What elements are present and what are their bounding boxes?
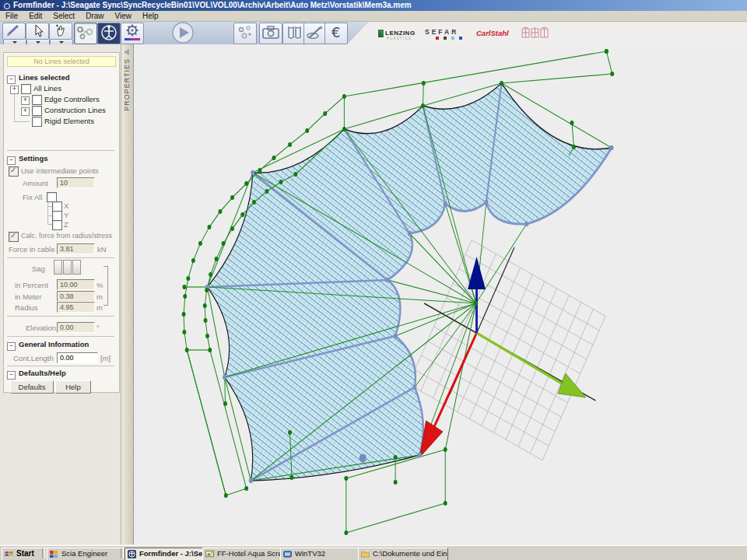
model-canvas[interactable] — [133, 44, 747, 544]
svg-text:CarlStahl: CarlStahl — [476, 29, 509, 37]
menu-file[interactable]: File — [0, 11, 23, 21]
in-meter-label: in Meter — [15, 292, 41, 301]
menu-view[interactable]: View — [110, 11, 138, 21]
lenzing-logo: LENZING PLASTICS — [377, 26, 424, 45]
radius-field[interactable]: 4.95 — [57, 302, 95, 313]
svg-text:PLASTICS: PLASTICS — [387, 36, 412, 40]
screenshot-icon — [205, 550, 214, 558]
defaults-help-group[interactable]: Defaults/Help — [7, 369, 66, 380]
gear-icon — [122, 23, 142, 42]
tree-item-construction-lines[interactable]: Construction Lines — [44, 106, 106, 114]
hand-icon — [51, 23, 71, 37]
draw-pencil-button[interactable] — [2, 23, 26, 40]
vitruvian-man-icon — [99, 23, 119, 42]
force-unit: kN — [97, 245, 107, 254]
select-pointer-button[interactable] — [26, 23, 49, 40]
partner-logos: LENZING PLASTICS SEFAR CarlStahl — [374, 23, 607, 42]
checkbox-construction-lines[interactable] — [32, 106, 42, 116]
checkbox-all-lines[interactable] — [21, 84, 31, 94]
in-percent-label: in Percent — [15, 281, 48, 289]
tree-item-all-lines[interactable]: All Lines — [33, 84, 61, 93]
formfinding-button[interactable] — [74, 23, 97, 44]
help-button[interactable]: Help — [55, 380, 91, 394]
checkbox-fix-z[interactable] — [52, 220, 62, 230]
snapshot-button[interactable] — [259, 23, 282, 44]
spools-icon — [284, 23, 304, 42]
elevation-field[interactable]: 0.00 — [57, 322, 95, 333]
checkbox-calc-force[interactable] — [9, 232, 19, 242]
tree-connector — [14, 93, 15, 121]
svg-text:SEFAR: SEFAR — [425, 28, 458, 36]
tree-expander-edge-controllers[interactable] — [21, 96, 30, 105]
title-bar[interactable]: Formfinder - J:\Seagate Sync\SyncRecycle… — [0, 0, 747, 11]
collapse-icon[interactable] — [7, 156, 16, 165]
tree-item-rigid-elements[interactable]: Rigid Elements — [44, 117, 94, 125]
force-in-cable-field[interactable]: 3.81 — [57, 243, 95, 254]
collapse-icon[interactable] — [7, 342, 16, 351]
amount-field[interactable]: 10 — [57, 177, 95, 188]
collapse-arrow-icon[interactable] — [124, 49, 129, 55]
play-button[interactable] — [170, 22, 196, 44]
task-ff-hotel-aqua[interactable]: FF-Hotel Aqua Screensh... — [202, 548, 293, 560]
divider — [7, 257, 114, 258]
sefar-logo: SEFAR — [425, 27, 470, 46]
task-wintv32[interactable]: WinTV32 — [280, 548, 370, 560]
formfinder-man-button[interactable] — [97, 23, 121, 44]
lines-selected-group[interactable]: Lines selected — [7, 73, 69, 84]
start-label: Start — [16, 549, 34, 558]
menu-edit[interactable]: Edit — [23, 11, 47, 21]
sag-option-3[interactable] — [72, 260, 81, 275]
wintv-icon — [283, 550, 292, 558]
tree-expander-construction-lines[interactable] — [21, 107, 30, 116]
statics-settings-button[interactable] — [121, 23, 144, 44]
checkbox-rigid-elements[interactable] — [32, 117, 42, 127]
sag-label: Sag — [32, 264, 45, 273]
collapse-icon[interactable] — [7, 75, 16, 84]
selection-banner: No Lines selected — [7, 56, 116, 67]
fix-z-label: Z — [64, 220, 68, 229]
svg-text:€: € — [331, 24, 340, 40]
desktop: Formfinder - J:\Seagate Sync\SyncRecycle… — [0, 0, 747, 560]
pencil-icon — [4, 23, 24, 37]
materials-button[interactable] — [282, 23, 306, 44]
coordinate-triad — [419, 257, 586, 457]
tree-connector — [14, 121, 30, 122]
sag-bracket — [103, 266, 108, 306]
in-percent-field[interactable]: 10.00 — [57, 279, 95, 290]
membrane-surface[interactable] — [208, 83, 612, 481]
cost-euro-button[interactable]: € — [324, 23, 348, 44]
menu-draw[interactable]: Draw — [80, 11, 109, 21]
task-dokumente-folder[interactable]: C:\Dokumente und Einst... — [358, 548, 448, 560]
euro-icon: € — [326, 23, 346, 42]
settings-group[interactable]: Settings — [7, 154, 47, 165]
pan-hand-button[interactable] — [49, 23, 72, 40]
menu-select[interactable]: Select — [47, 11, 80, 21]
properties-panel: No Lines selected Lines selected All Lin… — [0, 44, 121, 544]
cont-length-field[interactable]: 0.00 — [57, 352, 98, 363]
force-in-cable-label: Force in cable — [9, 245, 55, 254]
menu-bar: FileEditSelectDrawViewHelp — [0, 11, 747, 22]
cont-length-unit: [m] — [100, 354, 110, 362]
sag-option-1[interactable] — [54, 260, 62, 275]
general-information-group[interactable]: General Information — [7, 340, 89, 351]
pen-icon — [305, 23, 325, 42]
tree-item-edge-controllers[interactable]: Edge Controllers — [44, 95, 100, 103]
in-meter-field[interactable]: 0.38 — [57, 291, 95, 302]
elevation-unit: ° — [96, 324, 100, 332]
cont-length-label: Cont.Length — [13, 354, 54, 362]
properties-tab-strip[interactable]: PROPERTIES — [121, 44, 134, 544]
collapse-icon[interactable] — [7, 371, 16, 380]
mesh-points-button[interactable] — [233, 23, 257, 44]
fix-y-label: Y — [64, 211, 68, 219]
use-intermediate-points-label: Use intermediate points — [21, 166, 99, 175]
menu-help[interactable]: Help — [137, 11, 164, 21]
task-formfinder[interactable]: Formfinder - J:\Seaga... — [124, 548, 215, 560]
radius-unit: m — [96, 303, 103, 312]
sketch-pen-button[interactable] — [303, 23, 327, 44]
defaults-button[interactable]: Defaults — [10, 380, 54, 394]
membrane-scene[interactable] — [134, 44, 747, 544]
sag-option-2[interactable] — [63, 260, 72, 275]
app-icon — [2, 2, 10, 9]
checkbox-edge-controllers[interactable] — [32, 95, 42, 105]
checkbox-use-intermediate-points[interactable] — [9, 166, 19, 177]
